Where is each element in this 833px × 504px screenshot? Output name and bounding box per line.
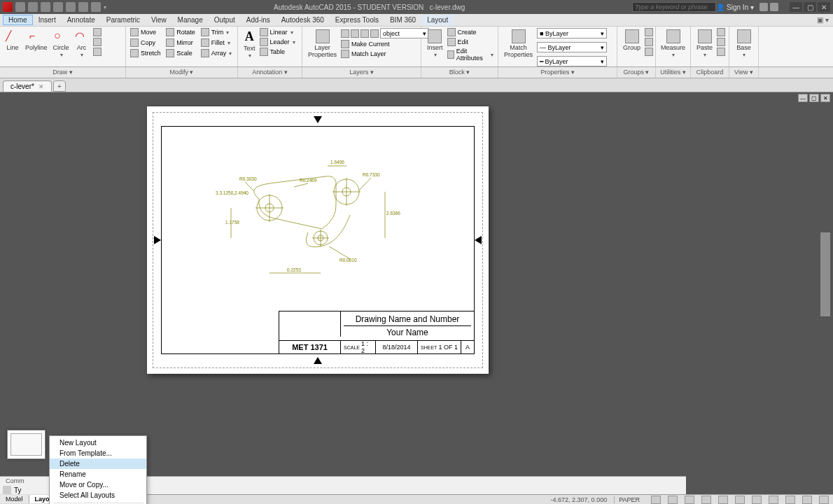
menu-item-move-or-copy[interactable]: Move or Copy... <box>50 479 146 490</box>
layer-iso-icon[interactable] <box>351 29 359 38</box>
customize-icon[interactable] <box>819 496 829 504</box>
measure-button[interactable]: Measure▾ <box>660 28 686 59</box>
tool-arc[interactable]: Arc▾ <box>74 28 90 59</box>
tool-fillet[interactable]: Fillet▾ <box>201 38 233 47</box>
osnap-toggle-icon[interactable] <box>718 496 728 504</box>
title-modify[interactable]: Modify ▾ <box>126 67 238 78</box>
workspace[interactable]: — ▢ ✕ <box>0 92 833 504</box>
tab-express[interactable]: Express Tools <box>330 15 384 25</box>
snap-toggle-icon[interactable] <box>668 496 678 504</box>
command-input[interactable]: Ty <box>14 486 22 494</box>
qat-open-icon[interactable] <box>28 2 38 12</box>
title-properties[interactable]: Properties ▾ <box>498 67 617 78</box>
model-tab[interactable]: Model <box>0 495 29 503</box>
title-block[interactable]: Block ▾ <box>421 67 498 78</box>
tab-parametric[interactable]: Parametric <box>101 15 146 25</box>
ungroup-icon[interactable] <box>645 28 653 36</box>
tab-insert[interactable]: Insert <box>33 15 62 25</box>
tab-output[interactable]: Output <box>209 15 241 25</box>
qat-plot-icon[interactable] <box>66 2 76 12</box>
exchange-icon[interactable] <box>760 3 768 11</box>
title-view[interactable]: View ▾ <box>729 67 759 78</box>
create-block-button[interactable]: Create <box>447 28 493 36</box>
layer-off-icon[interactable] <box>370 29 379 38</box>
polar-toggle-icon[interactable] <box>701 496 711 504</box>
qat-new-icon[interactable] <box>15 2 25 12</box>
qat-undo-icon[interactable] <box>78 2 88 12</box>
add-tab-button[interactable]: + <box>53 80 66 92</box>
cut-icon[interactable] <box>717 28 725 36</box>
copy-clip-icon[interactable] <box>717 38 725 46</box>
make-current-button[interactable]: Make Current <box>341 40 429 48</box>
tool-circle[interactable]: Circle▾ <box>52 28 71 59</box>
layer-state-icon[interactable] <box>341 29 349 38</box>
tab-view[interactable]: View <box>146 15 172 25</box>
signin-button[interactable]: 👤 Sign In ▾ <box>716 4 754 11</box>
tab-home[interactable]: Home <box>3 15 33 25</box>
group-button[interactable]: Group <box>622 28 642 52</box>
menu-item-new-layout[interactable]: New Layout <box>50 438 146 448</box>
tool-leader[interactable]: Leader▾ <box>260 38 295 46</box>
title-layers[interactable]: Layers ▾ <box>302 67 421 78</box>
tool-scale[interactable]: Scale <box>166 49 196 57</box>
tab-layout[interactable]: Layout <box>421 15 454 25</box>
tool-mirror[interactable]: Mirror <box>166 38 196 47</box>
drawing-viewport[interactable]: 1.6406 R0.7330 R0.2469 R0.3030 3.3.1250,… <box>203 148 427 288</box>
title-draw[interactable]: Draw ▾ <box>0 67 126 78</box>
menu-item-rename[interactable]: Rename <box>50 469 146 479</box>
qat-saveas-icon[interactable] <box>53 2 63 12</box>
vp-max-icon[interactable]: ▢ <box>809 94 819 102</box>
vp-min-icon[interactable]: — <box>798 94 808 102</box>
minimize-button[interactable]: — <box>790 2 802 12</box>
tool-move[interactable]: Move <box>130 28 162 36</box>
qat-save-icon[interactable] <box>41 2 50 12</box>
close-tab-icon[interactable]: ✕ <box>38 83 44 90</box>
tool-table[interactable]: Table <box>260 48 295 56</box>
menu-item-from-template[interactable]: From Template... <box>50 448 146 458</box>
transparency-toggle-icon[interactable] <box>769 496 778 504</box>
ortho-toggle-icon[interactable] <box>685 496 694 504</box>
edit-block-button[interactable]: Edit <box>447 38 493 46</box>
title-utilities[interactable]: Utilities ▾ <box>656 67 691 78</box>
help-icon[interactable] <box>770 3 778 11</box>
tool-trim[interactable]: Trim▾ <box>201 28 233 36</box>
tool-copy[interactable]: Copy <box>130 38 162 47</box>
tool-linear[interactable]: Linear▾ <box>260 28 295 36</box>
workspace-switch-icon[interactable] <box>802 496 812 504</box>
document-tab[interactable]: c-lever* ✕ <box>3 80 52 92</box>
linetype-combo[interactable]: ━ ByLayer▾ <box>537 56 607 66</box>
menu-item-delete[interactable]: Delete <box>50 458 146 469</box>
tab-annotate[interactable]: Annotate <box>62 15 101 25</box>
annotation-scale-icon[interactable] <box>785 496 795 504</box>
group-bbox-icon[interactable] <box>645 48 653 56</box>
edit-attributes-button[interactable]: Edit Attributes▾ <box>447 48 493 62</box>
match-properties-button[interactable]: Match Properties <box>503 28 534 59</box>
rect-icon[interactable] <box>93 28 102 36</box>
tab-manage[interactable]: Manage <box>172 15 209 25</box>
tab-a360[interactable]: Autodesk 360 <box>276 15 330 25</box>
grid-toggle-icon[interactable] <box>651 496 661 504</box>
base-button[interactable]: Base▾ <box>734 28 754 59</box>
layer-properties-button[interactable]: Layer Properties <box>307 28 338 59</box>
ribbon-collapse-icon[interactable]: ▣ ▾ <box>817 16 833 24</box>
tool-line[interactable]: Line <box>4 28 21 52</box>
layer-freeze-icon[interactable] <box>360 29 369 38</box>
lineweight-toggle-icon[interactable] <box>752 496 762 504</box>
qat-redo-icon[interactable] <box>91 2 101 12</box>
group-edit-icon[interactable] <box>645 38 653 46</box>
close-button[interactable]: ✕ <box>818 2 830 12</box>
tool-text[interactable]: AText▾ <box>242 28 257 60</box>
tool-rotate[interactable]: Rotate <box>166 28 196 36</box>
tool-array[interactable]: Array▾ <box>201 49 233 57</box>
title-groups[interactable]: Groups ▾ <box>617 67 656 78</box>
ellipse-icon[interactable] <box>93 38 102 46</box>
tab-addins[interactable]: Add-ins <box>241 15 276 25</box>
search-input[interactable] <box>632 2 716 12</box>
insert-button[interactable]: Insert▾ <box>426 28 444 59</box>
navigation-bar[interactable] <box>820 232 830 316</box>
tool-stretch[interactable]: Stretch <box>130 49 162 57</box>
match-layer-button[interactable]: Match Layer <box>341 50 429 58</box>
paper-layout[interactable]: 1.6406 R0.7330 R0.2469 R0.3030 3.3.1250,… <box>147 106 489 374</box>
color-combo[interactable]: ■ ByLayer▾ <box>537 28 607 38</box>
paste-button[interactable]: Paste▾ <box>695 28 714 59</box>
